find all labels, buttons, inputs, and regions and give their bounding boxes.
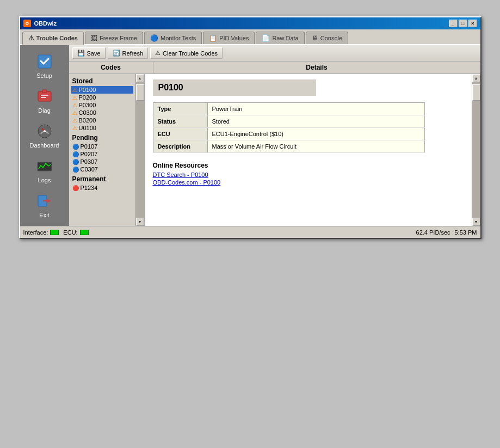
raw-data-tab-icon: 📄 [262,34,270,42]
code-item-p0307[interactable]: 🔵 P0307 [71,158,133,165]
code-item-c0300[interactable]: ⚠ C0300 [71,109,133,116]
panel-header-row: Codes Details [69,62,480,74]
pending-section-label: Pending [71,132,133,143]
save-label: Save [87,50,101,57]
nav-item-setup[interactable]: Setup [23,50,66,82]
ecu-status: ECU: [63,229,88,236]
pid-rate: 62.4 PID/sec [416,229,450,236]
status-value: Stored [207,115,424,128]
code-item-p0300[interactable]: ⚠ P0300 [71,101,133,109]
code-item-p1234[interactable]: 🔴 P1234 [71,184,133,192]
details-scroll-content: P0100 Type PowerTrain Status Stored [145,74,472,226]
nav-item-dashboard[interactable]: Dashboard [23,119,66,152]
details-scroll-track[interactable] [472,82,480,218]
tab-console[interactable]: 🖥 Console [306,32,348,44]
code-text-p0200: P0200 [79,94,96,101]
tab-monitor-tests-label: Monitor Tests [161,35,196,41]
codes-scroll-track[interactable] [136,82,144,218]
code-text-p0300: P0300 [79,102,96,108]
codes-scroll-content: Stored ⚠ P0100 ⚠ P0200 ⚠ P030 [69,74,135,226]
codes-scroll-down[interactable]: ▼ [136,218,144,226]
code-item-u0100[interactable]: ⚠ U0100 [71,124,133,132]
close-button[interactable]: ✕ [468,20,477,27]
warning-icon-p0200: ⚠ [72,95,77,101]
code-item-p0100[interactable]: ⚠ P0100 [71,86,133,94]
nav-logs-label: Logs [38,177,51,183]
dtc-search-link[interactable]: DTC Search - P0100 [153,171,464,178]
code-item-c0307[interactable]: 🔵 C0307 [71,165,133,173]
statusbar: Interface: ECU: 62.4 PID/sec 5:53 PM [20,226,480,238]
setup-icon [36,53,53,70]
details-scrollbar[interactable]: ▲ ▼ [472,74,480,226]
minimize-button[interactable]: _ [449,20,458,27]
exit-icon [36,192,53,210]
code-text-p0207: P0207 [81,151,98,157]
tab-raw-data[interactable]: 📄 Raw Data [256,32,304,44]
tab-raw-data-label: Raw Data [272,35,298,41]
diag-icon [36,88,53,105]
code-text-p0107: P0107 [81,143,98,150]
refresh-button[interactable]: 🔄 Refresh [108,47,149,59]
nav-dashboard-label: Dashboard [30,142,59,149]
code-item-p0200[interactable]: ⚠ P0200 [71,94,133,101]
details-table: Type PowerTrain Status Stored ECU ECU1-E… [153,102,425,153]
code-text-p0100: P0100 [79,87,96,93]
maximize-button[interactable]: □ [459,20,467,27]
code-text-c0300: C0300 [79,109,96,116]
tab-freeze-frame-label: Freeze Frame [100,35,137,41]
description-value: Mass or Volume Air Flow Circuit [207,140,424,153]
refresh-icon: 🔄 [113,50,120,57]
nav-item-exit[interactable]: Exit [23,189,66,222]
details-column: P0100 Type PowerTrain Status Stored [145,74,480,226]
details-type-row: Type PowerTrain [153,103,424,115]
details-ecu-row: ECU ECU1-EngineControl ($10) [153,128,424,140]
details-scroll-down[interactable]: ▼ [472,218,480,226]
tab-freeze-frame[interactable]: 🖼 Freeze Frame [85,32,143,44]
monitor-tests-tab-icon: 🔵 [150,34,158,42]
left-sidebar: Setup Diag [20,45,69,226]
details-scroll-up[interactable]: ▲ [472,74,480,82]
warning-icon-u0100: ⚠ [72,125,77,131]
codes-inner: Stored ⚠ P0100 ⚠ P0200 ⚠ P030 [69,74,144,226]
code-item-p0107[interactable]: 🔵 P0107 [71,143,133,150]
codes-scroll-thumb[interactable] [136,84,144,101]
warning-icon-c0300: ⚠ [72,110,77,116]
save-icon: 💾 [77,50,85,57]
obd-codes-link[interactable]: OBD-Codes.com - P0100 [153,179,464,186]
tab-monitor-tests[interactable]: 🔵 Monitor Tests [144,32,202,44]
tab-pid-values[interactable]: 📋 PID Values [203,32,255,44]
tab-trouble-codes[interactable]: ⚠ Trouble Codes [22,32,84,45]
warning-icon-b0200: ⚠ [72,118,77,124]
type-value: PowerTrain [207,103,424,115]
description-label: Description [153,140,207,153]
ecu-label: ECU [153,128,207,140]
right-content: 💾 Save 🔄 Refresh ⚠ Clear Trouble Codes C… [69,45,480,226]
tab-pid-values-label: PID Values [219,35,249,41]
clear-icon: ⚠ [155,50,161,57]
pending-icon-p0207: 🔵 [72,151,79,157]
pending-icon-p0307: 🔵 [72,159,79,165]
nav-item-logs[interactable]: Logs [23,154,66,187]
nav-setup-label: Setup [36,72,52,79]
codes-panel-header: Codes [69,62,153,73]
code-text-c0307: C0307 [81,166,98,173]
clear-label: Clear Trouble Codes [163,50,218,57]
split-area: Stored ⚠ P0100 ⚠ P0200 ⚠ P030 [69,74,480,226]
code-item-b0200[interactable]: ⚠ B0200 [71,116,133,124]
pending-icon-c0307: 🔵 [72,167,79,173]
code-text-p0307: P0307 [81,158,98,165]
nav-item-diag[interactable]: Diag [23,84,66,117]
details-scroll-thumb[interactable] [472,84,480,101]
codes-scroll-up[interactable]: ▲ [136,74,144,82]
stored-section-label: Stored [71,75,133,86]
ecu-value: ECU1-EngineControl ($10) [207,128,424,140]
codes-scrollbar[interactable]: ▲ ▼ [135,74,144,226]
clear-trouble-codes-button[interactable]: ⚠ Clear Trouble Codes [150,47,223,59]
permanent-section-label: Permanent [71,173,133,184]
save-button[interactable]: 💾 Save [72,47,106,59]
svg-rect-2 [42,90,47,93]
interface-label: Interface: [23,229,48,236]
toolbar: 💾 Save 🔄 Refresh ⚠ Clear Trouble Codes [69,45,480,62]
details-panel-header: Details [153,62,480,73]
code-item-p0207[interactable]: 🔵 P0207 [71,150,133,158]
